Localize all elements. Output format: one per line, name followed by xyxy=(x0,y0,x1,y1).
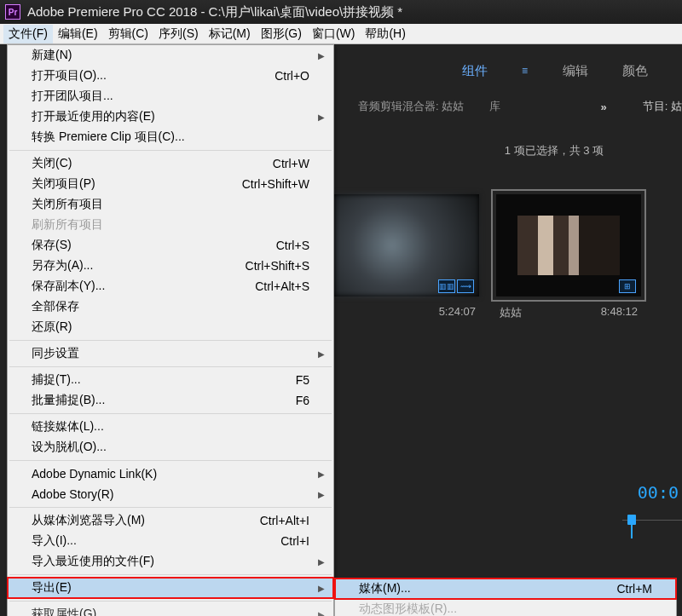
menu-separator xyxy=(9,601,332,602)
ws-tab-components[interactable]: 组件 xyxy=(462,63,488,79)
tab-audio-mixer[interactable]: 音频剪辑混合器: 姑姑 xyxy=(358,99,464,114)
file-menu-item[interactable]: 打开团队项目... xyxy=(8,86,333,107)
menu-item-label: Adobe Story(R) xyxy=(32,487,113,501)
menu-item-label: 另存为(A)... xyxy=(32,258,93,273)
titlebar: Pr Adobe Premiere Pro CC 2018 - C:\用户\li… xyxy=(0,0,682,24)
menubar: 文件(F) 编辑(E) 剪辑(C) 序列(S) 标记(M) 图形(G) 窗口(W… xyxy=(0,24,682,44)
menu-clip[interactable]: 剪辑(C) xyxy=(103,25,153,43)
file-menu-item[interactable]: 保存(S)Ctrl+S xyxy=(8,235,333,256)
menu-separator xyxy=(9,413,332,414)
menu-item-label: 保存副本(Y)... xyxy=(32,279,105,294)
ws-tab-edit[interactable]: 编辑 xyxy=(563,63,588,79)
menu-item-label: 导入(I)... xyxy=(32,533,77,549)
file-menu-item[interactable]: 关闭(C)Ctrl+W xyxy=(8,153,333,174)
menu-item-shortcut: Ctrl+S xyxy=(276,239,309,252)
menu-window[interactable]: 窗口(W) xyxy=(307,25,361,43)
thumbnail[interactable]: ▥▥ ⟿ xyxy=(334,194,479,296)
thumb-duration: 8:48:12 xyxy=(601,305,638,320)
menu-item-shortcut: Ctrl+M xyxy=(616,582,652,596)
menu-item-label: 导出(E) xyxy=(32,580,72,596)
file-menu-item[interactable]: 保存副本(Y)...Ctrl+Alt+S xyxy=(8,276,333,296)
menu-item-shortcut: Ctrl+O xyxy=(275,69,309,83)
file-menu-item[interactable]: 全部保存 xyxy=(8,296,333,317)
file-menu-item[interactable]: 链接媒体(L)... xyxy=(8,417,333,437)
file-menu-item[interactable]: 批量捕捉(B)...F6 xyxy=(8,390,333,411)
menu-item-label: 动态图形模板(R)... xyxy=(359,602,457,616)
menu-item-label: 获取属性(G) xyxy=(32,607,96,616)
menu-item-shortcut: Ctrl+Shift+W xyxy=(242,177,309,191)
file-menu-item[interactable]: 从媒体浏览器导入(M)Ctrl+Alt+I xyxy=(8,510,333,531)
file-menu-item[interactable]: 新建(N)▶ xyxy=(8,45,333,66)
thumb-name: 姑姑 xyxy=(500,305,522,320)
menu-item-label: 刷新所有项目 xyxy=(32,217,103,233)
menu-item-label: 保存(S) xyxy=(32,238,72,253)
file-menu-item[interactable]: Adobe Story(R)▶ xyxy=(8,484,333,504)
file-menu-item[interactable]: 关闭项目(P)Ctrl+Shift+W xyxy=(8,174,333,194)
file-menu-item: 刷新所有项目 xyxy=(8,215,333,235)
file-menu-item[interactable]: 转换 Premiere Clip 项目(C)... xyxy=(8,127,333,147)
menu-item-label: 导入最近使用的文件(F) xyxy=(32,554,154,569)
ws-tab-color[interactable]: 颜色 xyxy=(622,63,648,79)
file-menu-item[interactable]: 打开最近使用的内容(E)▶ xyxy=(8,107,333,127)
export-submenu-item: 动态图形模板(R)... xyxy=(335,599,676,616)
menu-file[interactable]: 文件(F) xyxy=(3,25,53,43)
menu-sequence[interactable]: 序列(S) xyxy=(153,25,204,43)
submenu-arrow-icon: ▶ xyxy=(318,584,325,593)
file-menu-item[interactable]: Adobe Dynamic Link(K)▶ xyxy=(8,463,333,484)
panel-overflow-icon[interactable]: » xyxy=(601,101,607,113)
menu-item-label: 关闭项目(P) xyxy=(32,176,95,192)
file-menu-item[interactable]: 导入(I)...Ctrl+I xyxy=(8,531,333,551)
menu-separator xyxy=(9,507,332,508)
menu-item-shortcut: Ctrl+W xyxy=(273,157,309,170)
file-menu-item[interactable]: 获取属性(G)▶ xyxy=(8,604,333,616)
workspace-tabs: 组件 ≡ 编辑 颜色 xyxy=(341,44,682,97)
menu-item-label: 打开最近使用的内容(E) xyxy=(32,109,155,124)
thumbnail-selected[interactable]: ⊞ xyxy=(496,194,641,296)
menu-item-shortcut: Ctrl+Alt+I xyxy=(260,514,309,527)
menu-separator xyxy=(9,574,332,575)
menu-item-label: 设为脱机(O)... xyxy=(32,440,107,455)
menu-item-shortcut: F6 xyxy=(296,394,309,407)
submenu-arrow-icon: ▶ xyxy=(318,51,325,60)
file-menu-item[interactable]: 设为脱机(O)... xyxy=(8,437,333,458)
menu-item-label: 全部保存 xyxy=(32,299,79,314)
menu-marker[interactable]: 标记(M) xyxy=(204,25,256,43)
file-menu-item[interactable]: 关闭所有项目 xyxy=(8,194,333,215)
file-menu-item[interactable]: 打开项目(O)...Ctrl+O xyxy=(8,66,333,86)
menu-item-label: 链接媒体(L)... xyxy=(32,419,104,435)
playhead-icon[interactable] xyxy=(627,515,636,525)
file-menu-item[interactable]: 还原(R) xyxy=(8,317,333,337)
file-menu-item[interactable]: 导入最近使用的文件(F)▶ xyxy=(8,551,333,572)
submenu-arrow-icon: ▶ xyxy=(318,557,325,567)
file-menu-item[interactable]: 捕捉(T)...F5 xyxy=(8,370,333,390)
menu-help[interactable]: 帮助(H) xyxy=(360,25,410,43)
selection-info: 1 项已选择，共 3 项 xyxy=(426,143,682,158)
submenu-arrow-icon: ▶ xyxy=(318,112,325,122)
thumb-card[interactable]: ▥▥ ⟿ 5:24:07 xyxy=(334,194,479,320)
file-menu-item[interactable]: 导出(E)▶ xyxy=(8,578,333,598)
submenu-arrow-icon: ▶ xyxy=(318,610,325,617)
submenu-arrow-icon: ▶ xyxy=(318,469,325,479)
menu-graphics[interactable]: 图形(G) xyxy=(256,25,307,43)
menu-item-label: 还原(R) xyxy=(32,320,72,335)
menu-item-label: 关闭(C) xyxy=(32,156,72,171)
file-menu-item[interactable]: 同步设置▶ xyxy=(8,343,333,364)
menu-item-label: 媒体(M)... xyxy=(359,581,411,596)
timecode[interactable]: 00:0 xyxy=(638,482,679,503)
menu-item-label: 捕捉(T)... xyxy=(32,372,81,388)
export-submenu-item[interactable]: 媒体(M)...Ctrl+M xyxy=(335,579,676,599)
window-title: Adobe Premiere Pro CC 2018 - C:\用户\likai… xyxy=(27,4,402,20)
menu-item-label: 新建(N) xyxy=(32,48,72,63)
menu-item-label: 打开团队项目... xyxy=(32,89,113,104)
menu-item-label: 从媒体浏览器导入(M) xyxy=(32,513,145,528)
submenu-arrow-icon: ▶ xyxy=(318,349,325,359)
tab-program[interactable]: 节目: 姑 xyxy=(643,99,682,114)
menu-separator xyxy=(9,150,332,151)
tab-library[interactable]: 库 xyxy=(489,99,500,114)
menu-edit[interactable]: 编辑(E) xyxy=(53,25,103,43)
menu-item-shortcut: Ctrl+Shift+S xyxy=(246,259,309,273)
thumb-card[interactable]: ⊞ 姑姑 8:48:12 xyxy=(496,194,641,320)
file-menu-item[interactable]: 另存为(A)...Ctrl+Shift+S xyxy=(8,256,333,276)
video-icon: ▥▥ xyxy=(438,279,455,293)
ws-burger-icon[interactable]: ≡ xyxy=(522,65,529,77)
